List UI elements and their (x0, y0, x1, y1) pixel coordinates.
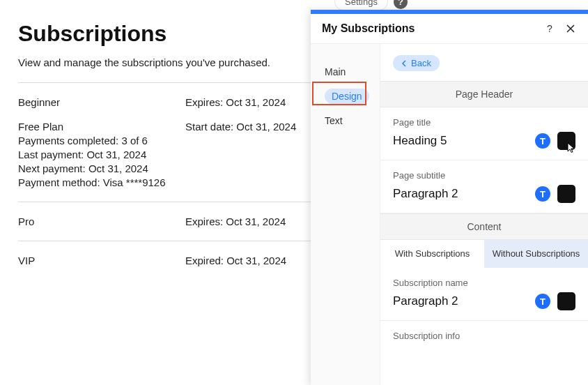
subscription-detail: Payment method: Visa ****9126 (18, 176, 185, 188)
field-value: Paragraph 2 (393, 187, 535, 201)
chevron-left-icon (401, 60, 407, 67)
section-header-content: Content (380, 213, 588, 240)
help-icon[interactable]: ? (543, 22, 556, 35)
color-swatch[interactable] (557, 292, 575, 310)
subscription-name: Pro (18, 216, 185, 227)
settings-pill[interactable]: Settings (334, 0, 388, 10)
panel-title: My Subscriptions (322, 22, 535, 35)
content-tabs: With Subscriptions Without Subscriptions (380, 240, 588, 268)
field-subscription-name: Subscription name Paragraph 2 T (380, 268, 588, 321)
back-label: Back (411, 58, 431, 68)
help-circle-icon[interactable]: ? (394, 0, 408, 9)
sidebar-item-design[interactable]: Design (311, 83, 380, 110)
tab-without-subscriptions[interactable]: Without Subscriptions (484, 240, 588, 268)
field-label: Page title (393, 117, 575, 128)
field-label: Subscription name (393, 278, 575, 288)
settings-pill-wrap: Settings ? (334, 0, 408, 10)
text-style-button[interactable]: T (535, 294, 550, 309)
color-swatch[interactable] (557, 132, 575, 150)
field-label: Page subtitle (393, 170, 575, 181)
field-value: Paragraph 2 (393, 294, 535, 308)
sidebar-item-label: Text (325, 115, 343, 126)
subscription-detail: Payments completed: 3 of 6 (18, 135, 185, 146)
subscription-name: VIP (18, 255, 185, 266)
field-page-title: Page title Heading 5 T (380, 107, 588, 160)
text-style-button[interactable]: T (535, 133, 550, 149)
sidebar-item-text[interactable]: Text (311, 110, 380, 132)
cursor-icon (566, 142, 577, 154)
tab-with-subscriptions[interactable]: With Subscriptions (380, 240, 484, 268)
color-swatch[interactable] (557, 185, 575, 203)
panel-header: My Subscriptions ? (311, 14, 588, 44)
close-icon[interactable] (564, 22, 577, 35)
sidebar-item-main[interactable]: Main (311, 61, 380, 83)
panel-sidebar: Main Design Text (311, 44, 380, 385)
subscription-detail: Last payment: Oct 31, 2024 (18, 149, 185, 160)
text-style-button[interactable]: T (535, 186, 550, 202)
back-button[interactable]: Back (393, 55, 440, 71)
subscription-name: Beginner (18, 96, 185, 108)
settings-panel: My Subscriptions ? Main Design Text (311, 10, 588, 385)
field-subscription-info: Subscription info (380, 321, 588, 348)
section-header-page-header: Page Header (380, 81, 588, 107)
sidebar-item-label: Design (325, 89, 369, 104)
sidebar-item-label: Main (325, 66, 346, 77)
panel-content: Back Page Header Page title Heading 5 T (380, 44, 588, 385)
subscription-detail: Next payment: Oct 31, 2024 (18, 163, 185, 174)
field-page-subtitle: Page subtitle Paragraph 2 T (380, 160, 588, 213)
field-value: Heading 5 (393, 134, 535, 148)
field-label: Subscription info (393, 331, 575, 341)
subscription-name: Free Plan (18, 121, 185, 133)
